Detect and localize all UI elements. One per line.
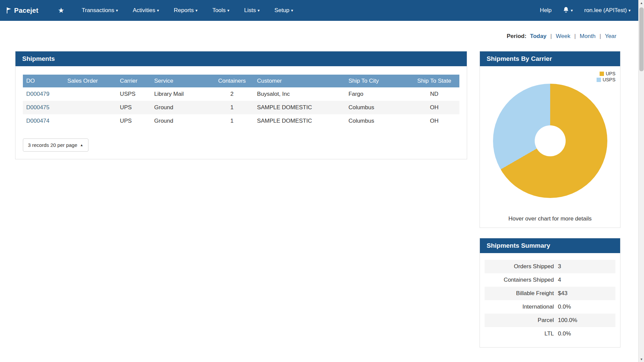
cell-carrier: UPS bbox=[117, 101, 151, 114]
summary-panel-body: Orders Shipped 3 Containers Shipped 4 Bi… bbox=[480, 253, 620, 347]
summary-value: 3 bbox=[558, 263, 561, 270]
summary-value: 0.0% bbox=[558, 330, 571, 337]
menu-reports[interactable]: Reports▾ bbox=[174, 7, 198, 14]
period-option-year[interactable]: Year bbox=[605, 33, 616, 39]
scroll-up-arrow-icon[interactable]: ▲ bbox=[639, 0, 644, 6]
cell-sales-order bbox=[64, 114, 116, 128]
cell-state: ND bbox=[409, 87, 459, 101]
col-customer: Customer bbox=[254, 75, 345, 87]
summary-label: International bbox=[485, 304, 558, 310]
cell-service: Ground bbox=[151, 114, 211, 128]
menu-lists[interactable]: Lists▾ bbox=[244, 7, 260, 14]
period-option-week[interactable]: Week bbox=[556, 33, 570, 39]
table-header-row: DO Sales Order Carrier Service Container… bbox=[23, 75, 459, 87]
cell-service: Library Mail bbox=[151, 87, 211, 101]
donut-hole bbox=[535, 125, 566, 156]
col-carrier: Carrier bbox=[117, 75, 151, 87]
chart-hover-hint: Hover over chart for more details bbox=[480, 215, 620, 222]
carrier-panel-title: Shipments By Carrier bbox=[480, 51, 620, 66]
menu-tools[interactable]: Tools▾ bbox=[212, 7, 229, 14]
carrier-panel-body: UPS USPS Hover over chart for more detai… bbox=[480, 66, 620, 228]
chart-legend: UPS USPS bbox=[597, 71, 615, 83]
summary-value: 4 bbox=[558, 277, 561, 283]
separator: | bbox=[574, 33, 576, 39]
legend-swatch-ups bbox=[600, 72, 604, 76]
col-containers: Containers bbox=[210, 75, 254, 87]
cell-state: OH bbox=[409, 101, 459, 114]
cell-city: Columbus bbox=[345, 114, 409, 128]
summary-value: $43 bbox=[558, 290, 567, 297]
col-sales-order: Sales Order bbox=[64, 75, 116, 87]
cell-customer: Buysalot, Inc bbox=[254, 87, 345, 101]
notifications-menu[interactable]: ▾ bbox=[563, 6, 573, 14]
summary-value: 100.0% bbox=[558, 317, 577, 324]
cell-service: Ground bbox=[151, 101, 211, 114]
cell-sales-order bbox=[64, 87, 116, 101]
shipments-panel-body: DO Sales Order Carrier Service Container… bbox=[15, 66, 467, 159]
summary-row-containers-shipped: Containers Shipped 4 bbox=[485, 273, 615, 287]
chevron-down-icon: ▾ bbox=[195, 8, 197, 13]
summary-row-billable-freight: Billable Freight $43 bbox=[485, 287, 615, 300]
vertical-scrollbar[interactable]: ▲ ▼ bbox=[638, 0, 644, 362]
shipments-panel-title: Shipments bbox=[15, 51, 467, 66]
user-menu[interactable]: ron.lee (APITest)▾ bbox=[584, 7, 631, 14]
do-link[interactable]: D000474 bbox=[26, 118, 49, 124]
cell-containers: 1 bbox=[210, 101, 254, 114]
summary-panel-title: Shipments Summary bbox=[480, 238, 620, 253]
menu-activities[interactable]: Activities▾ bbox=[133, 7, 159, 14]
summary-value: 0.0% bbox=[558, 304, 571, 310]
chevron-down-icon: ▾ bbox=[157, 8, 159, 13]
menu-transactions[interactable]: Transactions▾ bbox=[82, 7, 118, 14]
shipments-table: DO Sales Order Carrier Service Container… bbox=[23, 75, 459, 128]
summary-label: Containers Shipped bbox=[485, 277, 558, 283]
table-row[interactable]: D000479 USPS Library Mail 2 Buysalot, In… bbox=[23, 87, 459, 101]
menu-setup[interactable]: Setup▾ bbox=[274, 7, 293, 14]
do-link[interactable]: D000479 bbox=[26, 91, 49, 97]
page: Pacejet ★ Transactions▾ Activities▾ Repo… bbox=[0, 0, 644, 362]
table-row[interactable]: D000475 UPS Ground 1 SAMPLE DOMESTIC Col… bbox=[23, 101, 459, 114]
cell-containers: 2 bbox=[210, 87, 254, 101]
table-row[interactable]: D000474 UPS Ground 1 SAMPLE DOMESTIC Col… bbox=[23, 114, 459, 128]
chevron-down-icon: ▾ bbox=[291, 8, 293, 13]
shipments-summary-panel: Shipments Summary Orders Shipped 3 Conta… bbox=[480, 238, 620, 348]
shipments-panel: Shipments DO Sales Order Carrier Service… bbox=[15, 51, 467, 159]
pacejet-logo[interactable]: Pacejet bbox=[6, 7, 38, 14]
chevron-down-icon: ▾ bbox=[258, 8, 260, 13]
summary-row-orders-shipped: Orders Shipped 3 bbox=[485, 260, 615, 273]
cell-customer: SAMPLE DOMESTIC bbox=[254, 101, 345, 114]
summary-label: Parcel bbox=[485, 317, 558, 324]
col-ship-to-city: Ship To City bbox=[345, 75, 409, 87]
do-link[interactable]: D000475 bbox=[26, 104, 49, 111]
top-navbar: Pacejet ★ Transactions▾ Activities▾ Repo… bbox=[0, 0, 644, 21]
cell-containers: 1 bbox=[210, 114, 254, 128]
summary-row-ltl: LTL 0.0% bbox=[485, 327, 615, 340]
right-column: Shipments By Carrier UPS USPS Hover over… bbox=[480, 51, 620, 348]
cell-carrier: USPS bbox=[117, 87, 151, 101]
favorites-star-icon[interactable]: ★ bbox=[58, 6, 64, 14]
summary-row-international: International 0.0% bbox=[485, 300, 615, 314]
chevron-down-icon: ▾ bbox=[629, 8, 631, 13]
scroll-down-arrow-icon[interactable]: ▼ bbox=[639, 356, 644, 362]
period-option-today[interactable]: Today bbox=[530, 33, 546, 39]
carrier-donut-chart[interactable] bbox=[493, 84, 607, 198]
records-per-page-label: 3 records 20 per page bbox=[28, 142, 77, 148]
separator: | bbox=[600, 33, 601, 39]
cell-carrier: UPS bbox=[117, 114, 151, 128]
bell-icon bbox=[563, 6, 569, 14]
cell-city: Fargo bbox=[345, 87, 409, 101]
legend-item-ups: UPS bbox=[597, 71, 615, 76]
separator: | bbox=[551, 33, 552, 39]
cell-customer: SAMPLE DOMESTIC bbox=[254, 114, 345, 128]
help-link[interactable]: Help bbox=[540, 7, 552, 14]
legend-label: USPS bbox=[603, 77, 615, 82]
cell-city: Columbus bbox=[345, 101, 409, 114]
scrollbar-thumb[interactable] bbox=[639, 7, 644, 71]
main-menu: Transactions▾ Activities▾ Reports▾ Tools… bbox=[82, 7, 308, 14]
summary-label: Billable Freight bbox=[485, 290, 558, 297]
chevron-down-icon: ▾ bbox=[227, 8, 229, 13]
period-option-month[interactable]: Month bbox=[580, 33, 596, 39]
summary-label: Orders Shipped bbox=[485, 263, 558, 270]
chevron-up-icon: ▲ bbox=[80, 143, 83, 147]
summary-label: LTL bbox=[485, 330, 558, 337]
records-per-page-button[interactable]: 3 records 20 per page ▲ bbox=[23, 138, 88, 152]
